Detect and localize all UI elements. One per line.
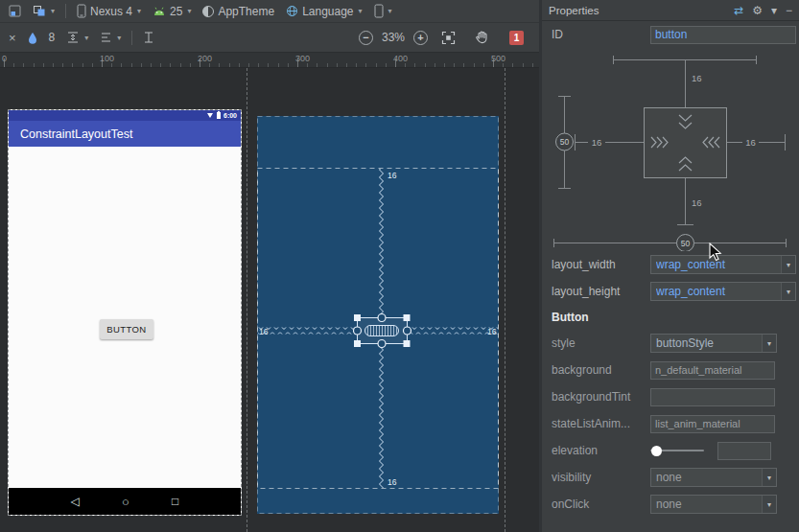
vertical-bias-value: 50 [560,137,570,147]
close-icon: × [9,32,16,44]
background-field[interactable]: n_default_material [650,361,775,380]
margin-label-right: 16 [487,327,497,336]
property-label: visibility [552,471,650,484]
default-margin-selector[interactable]: 8 [44,29,60,46]
android-studio-layout-editor: ▾ Nexus 4 ▾ 25 ▾ AppTheme Language ▾ [0,0,799,532]
section-header-button: Button [542,305,799,330]
language-selector[interactable]: Language ▾ [281,3,366,20]
ruler-label: 200 [198,54,212,63]
theme-selector[interactable]: AppTheme [198,3,279,20]
property-row-elevation: elevation [542,437,799,464]
design-canvas: 6:00 ConstraintLayoutTest BUTTON ◁ ○ □ [0,68,539,532]
constraint-inspector[interactable]: 50 50 16 16 16 16 [542,48,799,251]
inspector-widget-square [645,108,727,178]
align-menu[interactable]: ▾ [95,30,126,45]
property-label: backgroundTint [552,390,650,404]
pan-hand-icon [474,30,489,45]
properties-header: Properties ⇄ ⚙ ▾ − [542,0,799,21]
margins-menu[interactable]: ▾ [61,29,93,46]
inspector-margin-top[interactable]: 16 [692,73,702,83]
zoom-fit-button[interactable] [436,29,460,47]
zoom-in-button[interactable]: + [413,31,428,45]
ruler-label: 500 [491,54,505,63]
blueprint-canvas: 16 16 16 16 [257,116,499,514]
property-row-layout-height: layout_height wrap_content ▾ [542,278,799,305]
phone-icon [77,4,86,18]
api-level-label: 25 [170,5,182,18]
chevron-down-icon: ▾ [388,7,392,15]
background-tint-field[interactable] [650,388,775,406]
inspector-margin-bottom[interactable]: 16 [692,197,702,208]
margin-label-bottom: 16 [388,477,397,487]
design-button-widget[interactable]: BUTTON [100,319,153,339]
zoom-out-button[interactable]: − [359,31,373,45]
pan-button[interactable] [469,28,494,47]
main-toolbar: ▾ Nexus 4 ▾ 25 ▾ AppTheme Language ▾ [0,0,539,23]
constraint-spring-top [379,169,386,317]
collapse-icon[interactable]: − [786,5,792,16]
layout-width-dropdown[interactable]: wrap_content ▾ [650,255,796,274]
property-row-state-list-anim: stateListAnim... list_anim_material [542,410,799,437]
error-badge[interactable]: 1 [509,31,524,45]
pack-menu[interactable] [138,29,159,46]
elevation-slider-thumb[interactable] [651,446,662,456]
orientation-selector[interactable]: ▾ [369,2,397,20]
blueprint-view: 16 16 16 16 [257,116,499,514]
id-field[interactable]: button [650,26,796,44]
property-label: layout_height [552,285,650,298]
selection-guide-left [247,68,247,532]
clear-constraints-button[interactable]: × [4,30,21,46]
surface-selector[interactable]: ▾ [28,3,59,19]
inspector-margin-left[interactable]: 16 [592,137,602,148]
device-selector[interactable]: Nexus 4 ▾ [72,2,146,20]
anchor-top[interactable] [378,314,386,322]
visibility-dropdown[interactable]: none ▾ [650,468,777,487]
swap-views-icon[interactable]: ⇄ [734,5,743,16]
property-label: ID [552,28,650,41]
horizontal-ruler: 0 100 200 300 400 500 [0,53,539,68]
property-label: background [552,363,650,377]
status-bar: 6:00 [9,110,241,121]
theme-icon [202,6,214,17]
elevation-field[interactable] [717,442,771,460]
language-label: Language [302,5,353,18]
wifi-icon [207,113,213,118]
property-row-background-tint: backgroundTint [542,383,799,410]
state-list-anim-field[interactable]: list_anim_material [650,415,775,433]
elevation-slider[interactable] [650,445,704,457]
inspector-margin-right[interactable]: 16 [745,137,756,148]
zoom-level: 33% [382,31,405,44]
margins-icon [66,31,80,44]
device-icon [374,4,384,18]
back-icon: ◁ [71,496,80,507]
property-label: layout_width [552,258,650,271]
home-icon: ○ [122,496,129,508]
constraint-spring-right [407,328,498,335]
designer-structure-button[interactable] [4,3,26,19]
anchor-left[interactable] [354,327,362,335]
autoconnect-button[interactable] [23,30,42,46]
anchor-right[interactable] [404,327,411,335]
blueprint-button-widget[interactable] [354,314,411,348]
chevron-down-icon: ▾ [51,7,55,15]
toolbar-separator [131,31,132,45]
property-row-visibility: visibility none ▾ [542,464,799,491]
constraint-spring-left [258,328,357,335]
chevron-down-icon[interactable]: ▾ [771,5,777,16]
gear-icon[interactable]: ⚙ [752,5,763,16]
design-blueprint-icon [33,5,46,17]
anchor-bottom[interactable] [378,340,386,348]
margin-label-left: 16 [259,327,269,336]
horizontal-bias-value: 50 [681,239,691,248]
selection-guide-right [505,68,505,532]
onclick-dropdown[interactable]: none ▾ [650,495,777,514]
property-row-background: background n_default_material [542,357,799,383]
chevron-down-icon: ▾ [117,34,121,42]
layout-height-dropdown[interactable]: wrap_content ▾ [650,282,796,301]
style-dropdown[interactable]: buttonStyle ▾ [650,334,777,353]
toolbar-separator [65,4,66,18]
section-title: Button [552,311,589,324]
api-version-selector[interactable]: 25 ▾ [148,3,196,20]
ruler-label: 100 [100,54,114,63]
ruler-label: 400 [393,54,408,63]
